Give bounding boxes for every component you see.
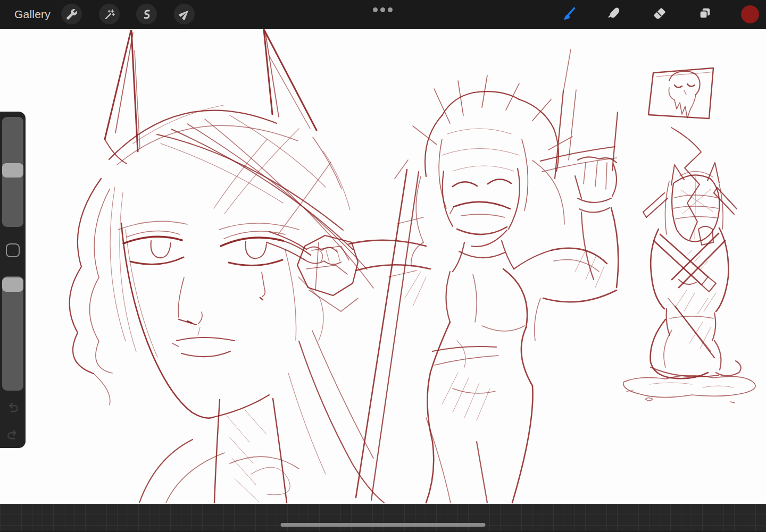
paint-tool-button[interactable] <box>559 4 579 24</box>
canvas-menu-button[interactable] <box>369 5 396 14</box>
brush-size-slider[interactable] <box>2 117 23 227</box>
ellipsis-icon <box>388 7 393 12</box>
drawing-canvas[interactable] <box>0 28 766 504</box>
smudge-icon <box>607 6 621 22</box>
undo-icon <box>6 407 20 416</box>
color-swatch <box>741 5 759 23</box>
magic-wand-icon <box>104 9 115 20</box>
workspace-background <box>0 504 766 532</box>
modify-button[interactable] <box>6 243 20 257</box>
brush-size-handle[interactable] <box>2 163 23 178</box>
smudge-tool-button[interactable] <box>603 4 624 24</box>
top-toolbar: Gallery <box>0 0 766 28</box>
transform-arrow-icon <box>179 9 190 20</box>
side-toolbar <box>0 112 26 448</box>
selection-s-icon <box>141 9 153 20</box>
erase-tool-button[interactable] <box>649 4 670 24</box>
home-indicator[interactable] <box>281 523 486 527</box>
adjustments-button[interactable] <box>99 4 120 24</box>
undo-button[interactable] <box>6 400 20 414</box>
procreate-window: Gallery <box>0 0 766 532</box>
selection-button[interactable] <box>136 4 157 24</box>
ellipsis-icon <box>380 7 385 12</box>
canvas-sketch <box>0 0 766 532</box>
layers-button[interactable] <box>694 4 715 24</box>
redo-button[interactable] <box>6 427 20 441</box>
ellipsis-icon <box>373 7 378 12</box>
redo-icon <box>6 427 20 443</box>
opacity-slider[interactable] <box>2 276 23 391</box>
eraser-icon <box>653 6 667 22</box>
paintbrush-icon <box>562 6 577 23</box>
color-button[interactable] <box>739 4 760 24</box>
layers-icon <box>698 6 712 22</box>
wrench-icon <box>66 9 78 20</box>
transform-button[interactable] <box>174 4 195 24</box>
gallery-button[interactable]: Gallery <box>14 0 51 28</box>
opacity-handle[interactable] <box>2 277 23 292</box>
actions-button[interactable] <box>61 4 82 24</box>
